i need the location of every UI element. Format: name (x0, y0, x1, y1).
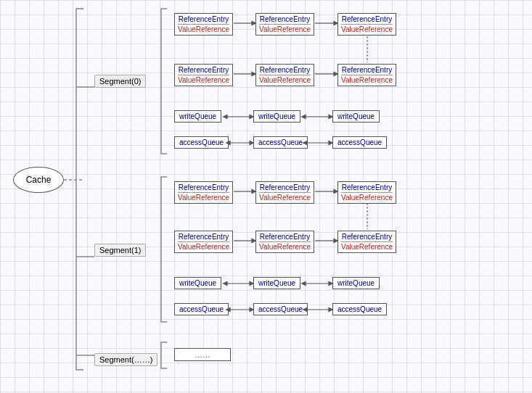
seg1-accessqueue-1: accessQueue (174, 303, 229, 315)
seg0-accessqueue-1: accessQueue (174, 136, 229, 149)
seg1-row1-entry1: ReferenceEntry ValueReference (174, 181, 233, 204)
seg1-writequeue-3: writeQueue (332, 277, 380, 289)
seg0-writequeue-3: writeQueue (332, 110, 380, 123)
segment-0-label: Segment(0) (94, 75, 146, 88)
segment-1-label: Segment(1) (94, 244, 146, 257)
seg0-accessqueue-2: accessQueue (253, 136, 308, 149)
seg0-row1-entry1: ReferenceEntry ValueReference (174, 13, 233, 36)
seg0-row2-entry3: ReferenceEntry ValueReference (337, 64, 396, 86)
seg1-writequeue-1: writeQueue (174, 277, 221, 289)
seg1-row2-entry2: ReferenceEntry ValueReference (255, 231, 314, 253)
seg1-row2-entry1: ReferenceEntry ValueReference (174, 231, 233, 253)
seg0-row1-entry3: ReferenceEntry ValueReference (337, 13, 396, 36)
canvas: Cache Segment(0) Segment(1) Segment(……) … (0, 0, 532, 393)
seg0-row2-entry2: ReferenceEntry ValueReference (255, 64, 314, 86)
seg1-row1-entry2: ReferenceEntry ValueReference (255, 181, 314, 204)
seg-dots-box: …… (174, 348, 231, 361)
cache-label: Cache (26, 175, 52, 185)
seg1-writequeue-2: writeQueue (253, 277, 300, 289)
seg0-writequeue-1: writeQueue (174, 110, 221, 123)
seg1-row1-entry3: ReferenceEntry ValueReference (337, 181, 396, 204)
seg1-row2-entry3: ReferenceEntry ValueReference (337, 231, 396, 253)
seg0-accessqueue-3: accessQueue (332, 136, 387, 149)
seg0-writequeue-2: writeQueue (253, 110, 300, 123)
seg1-accessqueue-2: accessQueue (253, 303, 308, 315)
seg0-row1-entry2: ReferenceEntry ValueReference (255, 13, 314, 36)
segment-dots-label: Segment(……) (94, 353, 157, 366)
seg1-accessqueue-3: accessQueue (332, 303, 387, 315)
seg0-row2-entry1: ReferenceEntry ValueReference (174, 64, 233, 86)
cache-node: Cache (13, 167, 64, 193)
